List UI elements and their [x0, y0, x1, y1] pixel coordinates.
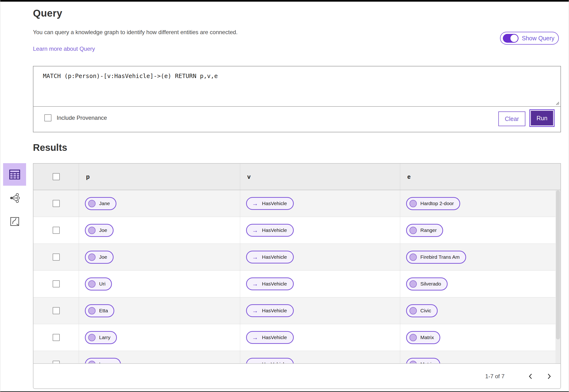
person-node-pill[interactable]: Larry: [85, 331, 117, 344]
relationship-edge-pill[interactable]: → HasVehicle: [246, 304, 294, 317]
clear-button[interactable]: Clear: [498, 112, 525, 126]
relationship-edge-pill[interactable]: → HasVehicle: [246, 251, 294, 264]
table-row: Joe → HasVehicle Ranger: [33, 217, 560, 244]
learn-more-link[interactable]: Learn more about Query: [33, 45, 95, 52]
node-circle-icon: [409, 334, 417, 341]
edge-arrow-icon: →: [252, 308, 258, 314]
toggle-switch-icon[interactable]: [503, 34, 518, 43]
entity-node-pill[interactable]: Silverado: [406, 278, 448, 291]
v-pill-label: HasVehicle: [262, 308, 287, 313]
cell-v: → HasVehicle: [240, 217, 400, 244]
person-node-pill[interactable]: Joe: [85, 251, 113, 264]
row-select-cell: [33, 324, 79, 351]
p-pill-label: Joe: [99, 254, 107, 260]
query-panel-footer: Include Provenance Clear Run: [33, 107, 560, 132]
table-row: Larry → HasVehicle Matrix: [33, 324, 560, 351]
person-node-pill[interactable]: Jane: [85, 197, 116, 210]
row-select-cell: [33, 271, 79, 297]
node-circle-icon: [88, 334, 96, 341]
node-circle-icon: [409, 253, 417, 261]
show-query-toggle[interactable]: Show Query: [500, 32, 559, 45]
query-editor-area: MATCH (p:Person)-[v:HasVehicle]->(e) RET…: [33, 66, 560, 107]
row-checkbox[interactable]: [53, 253, 60, 261]
cell-v: → HasVehicle: [240, 190, 400, 217]
header-cell-e[interactable]: e: [400, 164, 561, 190]
cell-p: Etta: [79, 297, 240, 324]
person-node-pill[interactable]: Uri: [85, 278, 112, 291]
next-page-button[interactable]: [542, 369, 556, 383]
edge-arrow-icon: →: [252, 254, 258, 260]
table-row: Etta → HasVehicle Civic: [33, 297, 560, 324]
e-pill-label: Matrix: [420, 335, 434, 340]
cell-p: Uri: [79, 271, 240, 297]
map-view-icon: [10, 217, 19, 226]
view-mode-map-button[interactable]: [3, 210, 26, 233]
query-input[interactable]: MATCH (p:Person)-[v:HasVehicle]->(e) RET…: [33, 66, 560, 106]
row-select-cell: [33, 351, 79, 363]
view-mode-table-button[interactable]: [3, 163, 26, 186]
e-pill-label: Silverado: [420, 281, 441, 287]
include-provenance-checkbox[interactable]: [44, 114, 51, 121]
node-circle-icon: [409, 307, 417, 314]
person-node-pill[interactable]: Lauren: [85, 358, 121, 364]
row-checkbox[interactable]: [53, 200, 60, 207]
entity-node-pill[interactable]: Civic: [406, 304, 438, 317]
chevron-left-icon: [528, 373, 533, 379]
query-description: You can query a knowledge graph to ident…: [33, 29, 237, 36]
pagination-range-label: 1-7 of 7: [485, 373, 504, 380]
row-checkbox[interactable]: [53, 227, 60, 234]
v-pill-label: HasVehicle: [262, 201, 287, 206]
row-checkbox[interactable]: [53, 334, 60, 341]
entity-node-pill[interactable]: Ranger: [406, 224, 443, 237]
results-table-body: Jane → HasVehicle Hardtop 2-door Joe: [33, 190, 560, 363]
relationship-edge-pill[interactable]: → HasVehicle: [246, 197, 294, 210]
table-scrollbar[interactable]: [555, 190, 560, 363]
resize-handle-icon[interactable]: [555, 101, 559, 105]
cell-e: Civic: [400, 297, 560, 324]
relationship-edge-pill[interactable]: → HasVehicle: [246, 358, 294, 363]
person-node-pill[interactable]: Etta: [85, 304, 114, 317]
v-pill-label: HasVehicle: [262, 361, 287, 363]
e-pill-label: Ranger: [420, 227, 437, 233]
table-row: Joe → HasVehicle Firebird Trans Am: [33, 244, 560, 271]
entity-node-pill[interactable]: Hardtop 2-door: [406, 197, 460, 210]
relationship-edge-pill[interactable]: → HasVehicle: [246, 224, 294, 237]
row-checkbox[interactable]: [53, 361, 60, 363]
pagination-bar: 1-7 of 7: [33, 363, 560, 389]
cell-p: Joe: [79, 217, 240, 244]
row-checkbox[interactable]: [53, 280, 60, 287]
cell-v: → HasVehicle: [240, 324, 400, 351]
view-mode-graph-button[interactable]: [3, 187, 26, 209]
entity-node-pill[interactable]: Matrix: [406, 331, 440, 344]
results-rows: Jane → HasVehicle Hardtop 2-door Joe: [33, 190, 560, 363]
node-circle-icon: [88, 280, 96, 288]
person-node-pill[interactable]: Joe: [85, 224, 113, 237]
header-cell-p[interactable]: p: [79, 164, 240, 190]
row-checkbox[interactable]: [53, 307, 60, 314]
v-pill-label: HasVehicle: [262, 227, 287, 233]
node-circle-icon: [409, 361, 417, 364]
include-provenance-control[interactable]: Include Provenance: [44, 114, 107, 121]
show-query-label: Show Query: [522, 35, 555, 42]
v-pill-label: HasVehicle: [262, 335, 287, 340]
entity-node-pill[interactable]: Matrix: [406, 358, 440, 364]
row-select-cell: [33, 190, 79, 217]
entity-node-pill[interactable]: Firebird Trans Am: [406, 251, 466, 264]
cell-v: → HasVehicle: [240, 297, 400, 324]
relationship-edge-pill[interactable]: → HasVehicle: [246, 278, 294, 290]
scrollbar-thumb[interactable]: [556, 190, 560, 339]
cell-e: Firebird Trans Am: [400, 244, 560, 271]
cell-p: Larry: [79, 324, 240, 351]
table-view-icon: [9, 169, 20, 180]
relationship-edge-pill[interactable]: → HasVehicle: [246, 331, 294, 344]
cell-p: Jane: [79, 190, 240, 217]
header-cell-v[interactable]: v: [240, 164, 400, 190]
results-table-card: p v e Jane → HasVehicle Hardtop 2-door: [33, 163, 561, 389]
node-circle-icon: [88, 227, 96, 234]
select-all-checkbox[interactable]: [53, 173, 60, 180]
previous-page-button[interactable]: [524, 369, 538, 383]
graph-view-icon: [10, 193, 20, 203]
cell-v: → HasVehicle: [240, 244, 400, 271]
run-button[interactable]: Run: [530, 110, 554, 126]
table-row: Lauren → HasVehicle Matrix: [33, 351, 560, 363]
